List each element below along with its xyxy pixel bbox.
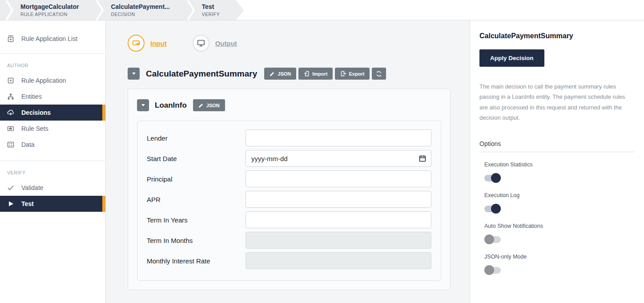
- field-label: Term In Months: [147, 237, 246, 244]
- sidebar-item-label: Entities: [21, 93, 42, 100]
- field-row-apr: APR: [147, 191, 430, 208]
- sidebar-item-label: Rule Application List: [21, 35, 77, 42]
- calendar-icon[interactable]: [419, 155, 426, 162]
- import-button[interactable]: Import: [298, 68, 333, 80]
- sidebar-item-validate[interactable]: Validate: [0, 180, 105, 196]
- output-monitor-icon: [193, 35, 209, 52]
- toggle-knob: [491, 204, 501, 214]
- caret-down-icon: [132, 73, 136, 75]
- tab-input-label: Input: [150, 40, 167, 47]
- breadcrumb-subtitle: DECISION: [111, 12, 169, 17]
- collapse-decision-button[interactable]: [128, 68, 140, 80]
- decision-input-card: LoanInfo JSON Lender Start Date: [128, 89, 451, 290]
- option-label: Auto Show Notifications: [484, 223, 634, 229]
- pencil-icon: [198, 103, 204, 108]
- tab-output[interactable]: Output: [193, 35, 237, 52]
- export-icon: [340, 71, 346, 77]
- decisions-icon: [7, 109, 15, 117]
- apr-input[interactable]: [246, 191, 431, 208]
- apply-decision-button[interactable]: Apply Decision: [479, 49, 544, 67]
- lender-input[interactable]: [246, 129, 431, 146]
- sidebar-item-label: Test: [21, 200, 34, 207]
- breadcrumb: MortgageCalculator RULE APPLICATION Calc…: [0, 0, 644, 20]
- tab-input[interactable]: Input: [128, 35, 167, 52]
- io-tabs: Input Output: [128, 35, 470, 52]
- field-row-term-in-months: Term In Months: [147, 232, 430, 249]
- decision-header: CalculatePaymentSummary JSON Import Expo…: [128, 68, 470, 80]
- refresh-button[interactable]: [372, 68, 386, 80]
- execution-statistics-toggle[interactable]: [484, 173, 501, 183]
- sidebar-item-label: Decisions: [21, 109, 51, 116]
- toggle-knob: [491, 173, 501, 183]
- chevron-separator-icon: [186, 0, 197, 20]
- sidebar-item-label: Rule Sets: [21, 125, 48, 132]
- breadcrumb-rule-application[interactable]: MortgageCalculator RULE APPLICATION: [15, 0, 95, 20]
- term-in-months-input: [246, 232, 431, 249]
- option-label: Execution Log: [484, 192, 634, 198]
- export-button[interactable]: Export: [335, 68, 370, 80]
- term-in-years-input[interactable]: [246, 211, 431, 228]
- field-label: Lender: [147, 134, 246, 142]
- panel-title: CalculatePaymentSummary: [479, 32, 634, 40]
- play-icon: [7, 200, 15, 208]
- breadcrumb-segments: MortgageCalculator RULE APPLICATION Calc…: [0, 0, 236, 20]
- sidebar-item-label: Validate: [21, 184, 44, 191]
- breadcrumb-subtitle: RULE APPLICATION: [20, 12, 79, 17]
- sidebar: Rule Application List AUTHOR Rule Applic…: [0, 20, 106, 303]
- entity-edit-json-label: JSON: [206, 103, 220, 108]
- field-row-monthly-interest-rate: Monthly Interest Rate: [147, 252, 430, 269]
- caret-down-icon: [141, 104, 145, 106]
- test-workspace: Input Output CalculatePaymentSummary JSO…: [106, 20, 470, 303]
- import-icon: [304, 71, 310, 77]
- toggle-knob: [484, 234, 494, 244]
- sidebar-section-verify: VERIFY: [0, 161, 105, 180]
- entities-icon: [7, 93, 15, 101]
- sidebar-item-label: Data: [21, 141, 35, 148]
- export-label: Export: [349, 71, 364, 77]
- principal-input[interactable]: [246, 170, 431, 187]
- entity-edit-json-button[interactable]: JSON: [193, 99, 225, 111]
- chevron-endcap: [236, 0, 244, 20]
- option-auto-show-notifications: Auto Show Notifications: [479, 223, 634, 244]
- decision-title: CalculatePaymentSummary: [146, 69, 257, 79]
- sidebar-item-test[interactable]: Test: [0, 196, 105, 212]
- breadcrumb-verify[interactable]: Test VERIFY: [197, 0, 236, 20]
- sidebar-item-label: Rule Application: [21, 77, 66, 84]
- sidebar-item-rule-application[interactable]: Rule Application: [0, 73, 105, 89]
- decision-detail-panel: CalculatePaymentSummary Apply Decision T…: [470, 20, 644, 303]
- sidebar-item-entities[interactable]: Entities: [0, 89, 105, 105]
- breadcrumb-subtitle: VERIFY: [202, 12, 220, 17]
- rule-application-icon: [7, 77, 15, 85]
- refresh-icon: [376, 71, 382, 77]
- sidebar-item-decisions[interactable]: Decisions: [0, 105, 105, 121]
- field-label: Start Date: [147, 155, 246, 162]
- auto-show-notifications-toggle[interactable]: [484, 234, 501, 244]
- option-execution-log: Execution Log: [479, 192, 634, 214]
- rule-sets-icon: [7, 125, 15, 133]
- json-only-mode-toggle[interactable]: [484, 265, 501, 275]
- breadcrumb-title: CalculatePayment...: [111, 3, 169, 11]
- field-row-term-in-years: Term In Years: [147, 211, 430, 228]
- breadcrumb-decision[interactable]: CalculatePayment... DECISION: [105, 0, 185, 20]
- decision-description: The main decision to call the payment su…: [479, 81, 634, 123]
- field-label: APR: [147, 196, 246, 203]
- field-label: Term In Years: [147, 216, 246, 224]
- options-heading: Options: [479, 140, 634, 152]
- toggle-knob: [484, 265, 494, 275]
- sidebar-item-data[interactable]: Data: [0, 137, 105, 153]
- checkmark-icon: [7, 184, 15, 192]
- edit-json-label: JSON: [278, 71, 291, 77]
- start-date-input[interactable]: [246, 150, 431, 167]
- breadcrumb-title: Test: [202, 3, 220, 11]
- input-icon: [128, 35, 145, 52]
- sidebar-item-rule-sets[interactable]: Rule Sets: [0, 121, 105, 137]
- sidebar-item-rule-application-list[interactable]: Rule Application List: [0, 28, 105, 49]
- field-row-start-date: Start Date: [147, 150, 430, 167]
- chevron-separator-icon: [95, 0, 105, 20]
- rule-application-list-icon: [7, 35, 15, 43]
- edit-json-button[interactable]: JSON: [264, 68, 296, 80]
- option-json-only-mode: JSON-only Mode: [479, 254, 634, 275]
- execution-log-toggle[interactable]: [484, 204, 501, 214]
- collapse-entity-button[interactable]: [137, 99, 149, 111]
- breadcrumb-title: MortgageCalculator: [20, 3, 79, 11]
